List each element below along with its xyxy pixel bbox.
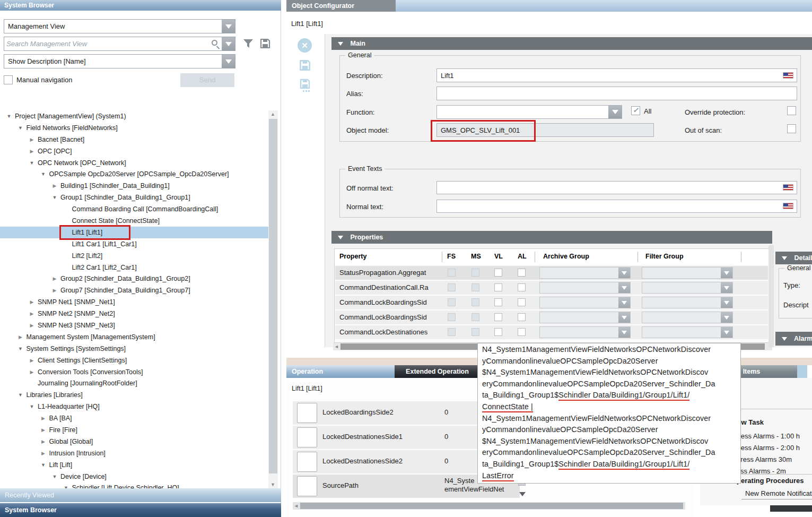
tree-item[interactable]: ▼Group1 [Schindler_Data_Building1_Group1… xyxy=(0,192,268,203)
language-flag-icon[interactable] xyxy=(783,203,793,209)
expand-arrow-icon[interactable]: ▶ xyxy=(39,439,48,444)
collapse-arrow-icon[interactable]: ▼ xyxy=(39,462,48,468)
archive-group-select[interactable] xyxy=(539,326,631,338)
tree-item[interactable]: Command Boarding Call [CommandBoardingCa… xyxy=(0,203,268,215)
manual-navigation-checkbox[interactable] xyxy=(4,75,13,84)
save-icon[interactable] xyxy=(298,58,311,71)
tree-item[interactable]: ▶Client Settings [ClientSettings] xyxy=(0,355,268,366)
archive-group-select[interactable] xyxy=(539,297,631,308)
section-detail-header[interactable]: Detail xyxy=(775,252,812,264)
function-selector[interactable] xyxy=(436,105,622,119)
bottom-scrollbar[interactable] xyxy=(770,505,812,512)
chevron-down-icon[interactable] xyxy=(618,268,630,278)
archive-group-select[interactable] xyxy=(539,312,631,323)
operation-checkbox[interactable] xyxy=(297,403,317,423)
operation-checkbox[interactable] xyxy=(297,452,317,472)
chevron-down-icon[interactable] xyxy=(618,327,630,338)
chevron-down-icon[interactable] xyxy=(721,312,732,323)
expand-arrow-icon[interactable]: ▶ xyxy=(27,311,37,316)
chevron-down-icon[interactable] xyxy=(721,268,732,278)
tree-item[interactable]: ▶Intrusion [Intrusion] xyxy=(0,447,268,459)
expand-arrow-icon[interactable]: ▶ xyxy=(39,416,48,421)
collapse-arrow-icon[interactable]: ▼ xyxy=(16,125,25,131)
tree-item[interactable]: ▼Schindler [Lift.Device.Schindler_HQ] xyxy=(0,482,268,489)
fs-checkbox[interactable] xyxy=(448,269,456,277)
tree-item[interactable]: ▶Group7 [Schindler_Data_Building1_Group7… xyxy=(0,285,268,296)
al-checkbox[interactable] xyxy=(518,328,526,336)
tree-item[interactable]: ▼Project [ManagementView] (System1) xyxy=(0,110,268,122)
filter-group-select[interactable] xyxy=(642,312,733,323)
filter-icon[interactable] xyxy=(242,37,255,50)
expand-arrow-icon[interactable]: ▶ xyxy=(27,369,37,375)
chevron-down-icon[interactable] xyxy=(618,312,630,323)
filter-group-select[interactable] xyxy=(642,297,733,308)
collapse-arrow-icon[interactable]: ▼ xyxy=(27,404,37,409)
collapse-arrow-icon[interactable]: ▼ xyxy=(16,392,25,398)
tree-item[interactable]: Journaling [JournalingRootFolder] xyxy=(0,377,268,389)
section-properties-header[interactable]: Properties xyxy=(331,231,772,244)
description-selector[interactable]: Show Description [Name] xyxy=(4,54,235,68)
ms-checkbox[interactable] xyxy=(472,298,479,306)
properties-vscrollbar[interactable] xyxy=(769,245,774,347)
tree-scrollbar[interactable]: ▲ ▼ xyxy=(268,110,278,488)
vl-checkbox[interactable] xyxy=(494,328,502,336)
section-alarm-header[interactable]: Alarm xyxy=(775,332,812,346)
ms-checkbox[interactable] xyxy=(472,269,479,277)
close-icon[interactable]: ✕ xyxy=(298,38,312,53)
al-checkbox[interactable] xyxy=(518,313,526,321)
operation-checkbox[interactable] xyxy=(297,476,317,496)
section-main-header[interactable]: Main xyxy=(331,37,812,50)
expand-arrow-icon[interactable]: ▶ xyxy=(39,451,48,456)
chevron-down-icon[interactable] xyxy=(618,282,630,293)
chevron-down-icon[interactable] xyxy=(222,55,235,68)
tree-item[interactable]: ▼Field Networks [FieldNetworks] xyxy=(0,122,268,134)
tree-item[interactable]: ▼OPCSample OpcDa20Server [OPCSample_OpcD… xyxy=(0,168,268,180)
tree-item[interactable]: Lift2 Car1 [Lift2_Car1] xyxy=(0,262,268,273)
tree-item[interactable]: Lift1 [Lift1] xyxy=(0,227,268,238)
collapse-arrow-icon[interactable]: ▼ xyxy=(50,474,59,479)
collapse-arrow-icon[interactable]: ▼ xyxy=(50,195,59,200)
vl-checkbox[interactable] xyxy=(494,313,502,321)
collapse-arrow-icon[interactable]: ▼ xyxy=(39,171,48,177)
expand-arrow-icon[interactable]: ▶ xyxy=(16,334,25,340)
expand-arrow-icon[interactable]: ▶ xyxy=(27,137,37,142)
tree-item[interactable]: ▶Management System [ManagementSystem] xyxy=(0,331,268,343)
scrollbar-thumb[interactable] xyxy=(269,119,277,473)
chevron-down-icon[interactable] xyxy=(721,327,732,338)
tree-item[interactable]: ▶SNMP Net3 [SNMP_Net3] xyxy=(0,320,268,331)
expand-arrow-icon[interactable]: ▶ xyxy=(27,323,37,328)
tree-item[interactable]: ▼Lift [Lift] xyxy=(0,459,268,471)
al-checkbox[interactable] xyxy=(518,283,526,291)
collapse-arrow-icon[interactable] xyxy=(782,256,787,260)
tab-extended-operation[interactable]: Extended Operation xyxy=(395,365,480,378)
scroll-up-icon[interactable]: ▲ xyxy=(270,111,275,117)
expand-arrow-icon[interactable]: ▶ xyxy=(27,299,37,305)
scroll-down-icon[interactable] xyxy=(519,492,526,496)
filter-group-select[interactable] xyxy=(642,267,733,279)
expand-arrow-icon[interactable]: ▶ xyxy=(50,288,59,293)
tree-item[interactable]: ▼L1-Headquarter [HQ] xyxy=(0,401,268,412)
system-browser-bottom-tab[interactable]: System Browser xyxy=(0,503,281,517)
tab-scroll-button[interactable] xyxy=(797,365,807,378)
out-of-scan-checkbox[interactable] xyxy=(787,124,796,133)
off-normal-text-field[interactable] xyxy=(436,181,797,194)
ms-checkbox[interactable] xyxy=(472,283,479,291)
tree-item[interactable]: ▼OPC Network [OPC_Network] xyxy=(0,157,268,169)
tree-item[interactable]: Lift2 [Lift2] xyxy=(0,250,268,262)
tree-item[interactable]: ▶SNMP Net1 [SNMP_Net1] xyxy=(0,296,268,308)
alias-field[interactable] xyxy=(436,87,797,100)
collapse-arrow-icon[interactable] xyxy=(338,42,343,46)
send-button[interactable]: Send xyxy=(180,73,234,87)
scrollbar-thumb[interactable] xyxy=(300,503,683,509)
filter-group-select[interactable] xyxy=(642,282,733,294)
fs-checkbox[interactable] xyxy=(448,313,456,321)
chevron-down-icon[interactable] xyxy=(721,282,732,293)
ms-checkbox[interactable] xyxy=(472,313,479,321)
archive-group-select[interactable] xyxy=(539,267,631,279)
chevron-down-icon[interactable] xyxy=(618,297,630,308)
archive-group-select[interactable] xyxy=(539,282,631,294)
scroll-left-icon[interactable]: ◄ xyxy=(334,344,339,349)
expand-arrow-icon[interactable]: ▶ xyxy=(50,183,59,188)
filter-group-select[interactable] xyxy=(642,326,733,338)
tree-item[interactable]: ▶OPC [OPC] xyxy=(0,145,268,157)
